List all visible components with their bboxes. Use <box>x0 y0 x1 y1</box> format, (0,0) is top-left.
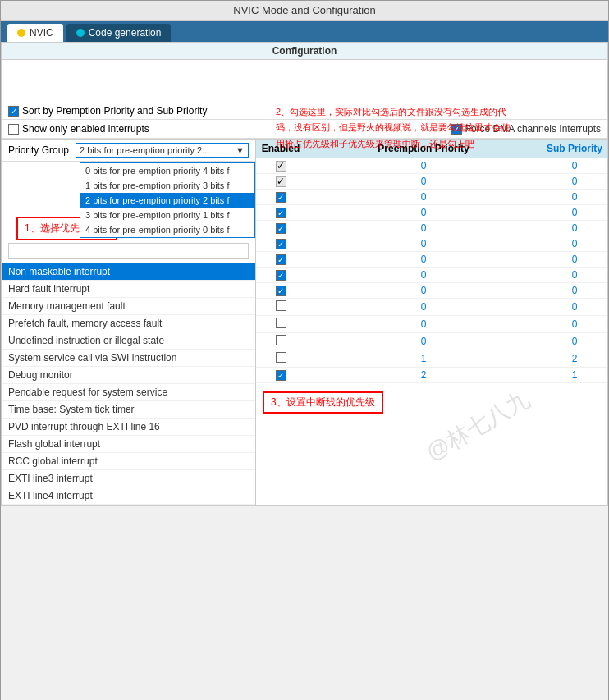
tab-codegen[interactable]: Code generation <box>66 24 172 42</box>
annotation2-line1: 2、勾选这里，实际对比勾选后的文件跟没有勾选生成的代 <box>269 104 602 120</box>
enabled-cell[interactable]: ✓ <box>256 268 305 282</box>
enabled-cell[interactable]: ✓ <box>256 190 305 204</box>
sub-cell[interactable]: 0 <box>542 190 607 204</box>
checked-checkbox[interactable]: ✓ <box>276 286 286 296</box>
checked-checkbox[interactable]: ✓ <box>276 223 286 234</box>
enabled-cell[interactable] <box>256 350 305 367</box>
sub-cell[interactable]: 0 <box>542 300 607 314</box>
checked-checkbox[interactable]: ✓ <box>276 192 286 203</box>
tab-bar: NVIC Code generation <box>1 21 608 42</box>
sub-cell[interactable]: 0 <box>542 334 607 349</box>
unchecked-checkbox[interactable] <box>276 318 286 328</box>
list-item[interactable]: Flash global interrupt <box>2 436 255 453</box>
priority-option-3[interactable]: 3 bits for pre-emption priority 1 bits f <box>80 208 254 222</box>
enabled-cell[interactable]: ✓ <box>256 174 305 189</box>
sort-checkbox[interactable]: ✓ <box>8 106 19 117</box>
show-enabled-checkbox[interactable] <box>8 124 19 135</box>
preemption-cell[interactable]: 0 <box>305 252 542 267</box>
sub-cell[interactable]: 2 <box>542 351 607 366</box>
enabled-cell[interactable]: ✓ <box>256 205 305 220</box>
preemption-cell[interactable]: 0 <box>305 300 542 314</box>
priority-option-2[interactable]: 2 bits for pre-emption priority 2 bits f <box>80 193 254 208</box>
list-item[interactable]: EXTI line4 interrupt <box>2 487 255 505</box>
disabled-checkbox[interactable]: ✓ <box>276 176 286 187</box>
enabled-cell[interactable]: ✓ <box>256 221 305 236</box>
preemption-cell[interactable]: 1 <box>305 351 542 366</box>
enabled-cell[interactable] <box>256 299 305 315</box>
disabled-checkbox[interactable]: ✓ <box>276 161 286 172</box>
enabled-cell[interactable]: ✓ <box>256 158 305 173</box>
checked-checkbox[interactable]: ✓ <box>276 208 286 218</box>
list-item[interactable]: Pendable request for system service <box>2 384 255 401</box>
sub-cell[interactable]: 1 <box>542 368 607 382</box>
checked-checkbox[interactable]: ✓ <box>276 370 286 381</box>
list-item[interactable]: Hard fault interrupt <box>2 281 255 298</box>
sub-cell[interactable]: 0 <box>542 317 607 332</box>
annotation3: 3、设置中断线的优先级 <box>263 391 383 414</box>
search-input[interactable] <box>8 243 249 259</box>
codegen-icon <box>76 29 85 37</box>
sub-cell[interactable]: 0 <box>542 252 607 267</box>
list-item[interactable]: Memory management fault <box>2 298 255 315</box>
sort-checkbox-label[interactable]: ✓ Sort by Premption Priority and Sub Pri… <box>8 105 207 117</box>
preemption-cell[interactable]: 0 <box>305 221 542 236</box>
enabled-cell[interactable] <box>256 316 305 332</box>
table-row: ✓ 0 0 <box>256 205 607 221</box>
preemption-cell[interactable]: 0 <box>305 334 542 349</box>
sub-cell[interactable]: 0 <box>542 158 607 173</box>
checked-checkbox[interactable]: ✓ <box>276 254 286 265</box>
preemption-cell[interactable]: 0 <box>305 158 542 173</box>
sub-cell[interactable]: 0 <box>542 205 607 220</box>
priority-option-4[interactable]: 4 bits for pre-emption priority 0 bits f <box>80 222 254 237</box>
sub-cell[interactable]: 0 <box>542 283 607 298</box>
annotation3-container: 3、设置中断线的优先级 <box>256 383 607 419</box>
annotation2-line2: 码，没有区别，但是野火的视频说，就是要勾选这里才会使 <box>269 120 602 135</box>
enabled-cell[interactable]: ✓ <box>256 283 305 298</box>
sub-cell[interactable]: 0 <box>542 221 607 236</box>
window-title: NVIC Mode and Configuration <box>1 1 608 21</box>
unchecked-checkbox[interactable] <box>276 335 286 345</box>
preemption-cell[interactable]: 0 <box>305 205 542 220</box>
priority-group-dropdown[interactable]: 2 bits for pre-emption priority 2... ▼ <box>76 143 249 158</box>
sub-cell[interactable]: 0 <box>542 268 607 282</box>
preemption-cell[interactable]: 0 <box>305 236 542 251</box>
table-row: 1 2 <box>256 350 607 368</box>
enabled-cell[interactable]: ✓ <box>256 368 305 382</box>
list-item[interactable]: Prefetch fault, memory access fault <box>2 315 255 332</box>
list-item[interactable]: EXTI line3 interrupt <box>2 470 255 487</box>
preemption-cell[interactable]: 0 <box>305 317 542 332</box>
unchecked-checkbox[interactable] <box>276 352 286 363</box>
list-item[interactable]: RCC global interrupt <box>2 453 255 470</box>
unchecked-checkbox[interactable] <box>276 300 286 311</box>
table-row: 0 0 <box>256 316 607 333</box>
content-area: 2、勾选这里，实际对比勾选后的文件跟没有勾选生成的代 码，没有区别，但是野火的视… <box>2 103 607 505</box>
list-item[interactable]: System service call via SWI instruction <box>2 350 255 367</box>
list-item[interactable]: Debug monitor <box>2 367 255 384</box>
priority-option-1[interactable]: 1 bits for pre-emption priority 3 bits f <box>80 178 254 193</box>
dropdown-arrow: ▼ <box>236 145 245 155</box>
table-row: ✓ 0 0 <box>256 158 607 174</box>
preemption-cell[interactable]: 2 <box>305 368 542 382</box>
priority-group-selected: 2 bits for pre-emption priority 2... <box>80 145 209 155</box>
table-row: ✓ 0 0 <box>256 190 607 205</box>
list-item[interactable]: PVD interrupt through EXTI line 16 <box>2 419 255 436</box>
annotation2-line3: 用抢占优先级和子优先级来管理中断，还是勾上吧 <box>269 136 602 152</box>
list-item[interactable]: Non maskable interrupt <box>2 263 255 281</box>
preemption-cell[interactable]: 0 <box>305 268 542 282</box>
show-enabled-option[interactable]: Show only enabled interrupts <box>8 123 149 135</box>
preemption-cell[interactable]: 0 <box>305 174 542 189</box>
enabled-cell[interactable] <box>256 333 305 350</box>
list-item[interactable]: Time base: System tick timer <box>2 401 255 419</box>
preemption-cell[interactable]: 0 <box>305 190 542 204</box>
checked-checkbox[interactable]: ✓ <box>276 239 286 249</box>
enabled-cell[interactable]: ✓ <box>256 236 305 251</box>
sub-cell[interactable]: 0 <box>542 236 607 251</box>
enabled-cell[interactable]: ✓ <box>256 252 305 267</box>
sub-cell[interactable]: 0 <box>542 174 607 189</box>
preemption-cell[interactable]: 0 <box>305 283 542 298</box>
tab-nvic[interactable]: NVIC <box>7 24 63 42</box>
priority-group-label: Priority Group <box>8 144 69 156</box>
priority-option-0[interactable]: 0 bits for pre-emption priority 4 bits f <box>80 163 254 178</box>
checked-checkbox[interactable]: ✓ <box>276 270 286 281</box>
list-item[interactable]: Undefined instruction or illegal state <box>2 332 255 350</box>
